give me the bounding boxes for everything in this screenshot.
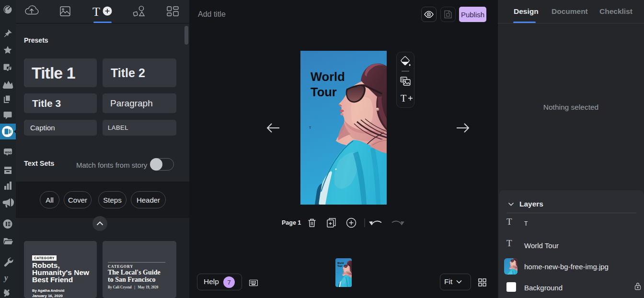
svg-text:T: T: [401, 93, 406, 103]
svg-text:woo: woo: [4, 150, 12, 154]
svg-text:y: y: [3, 273, 8, 282]
svg-text:T: T: [92, 5, 100, 19]
